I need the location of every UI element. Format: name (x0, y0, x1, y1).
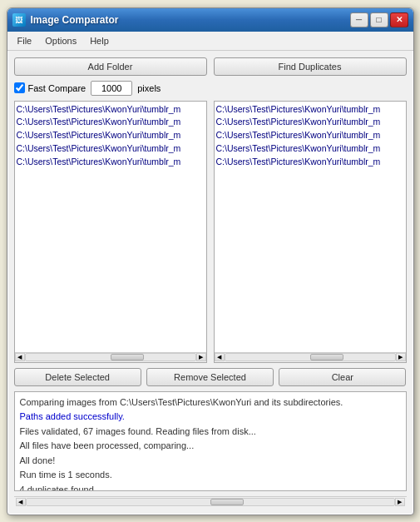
fast-compare-checkbox[interactable] (14, 82, 25, 93)
list-item[interactable]: C:\Users\Test\Pictures\KwonYuri\tumblr_m (216, 156, 404, 169)
main-content: Add Folder Find Duplicates Fast Compare … (7, 51, 413, 515)
fast-compare-label[interactable]: Fast Compare (14, 82, 86, 93)
right-list-panel[interactable]: C:\Users\Test\Pictures\KwonYuri\tumblr_m… (214, 101, 407, 363)
list-item[interactable]: C:\Users\Test\Pictures\KwonYuri\tumblr_m (17, 129, 205, 142)
pixels-label: pixels (137, 83, 161, 93)
log-line-5: All done! (20, 454, 401, 469)
window-title: Image Comparator (31, 14, 350, 26)
log-panel: Comparing images from C:\Users\Test\Pict… (14, 391, 407, 491)
left-scroll-left[interactable]: ◀ (15, 353, 25, 361)
menu-help[interactable]: Help (83, 33, 116, 48)
left-list-scrollbar[interactable]: ◀ ▶ (15, 352, 206, 362)
log-line-7: 4 duplicates found. (20, 483, 401, 490)
clear-button[interactable]: Clear (279, 368, 406, 386)
log-line-2: Paths added successfully. (20, 410, 401, 425)
remove-selected-button[interactable]: Remove Selected (146, 368, 274, 386)
bottom-scroll-right[interactable]: ▶ (395, 498, 405, 506)
list-item[interactable]: C:\Users\Test\Pictures\KwonYuri\tumblr_m (216, 116, 404, 129)
list-item[interactable]: C:\Users\Test\Pictures\KwonYuri\tumblr_m (216, 129, 404, 142)
left-scroll-track[interactable] (25, 353, 196, 361)
top-toolbar: Add Folder Find Duplicates (14, 57, 407, 76)
left-list-content: C:\Users\Test\Pictures\KwonYuri\tumblr_m… (15, 102, 206, 171)
main-window: 🖼 Image Comparator ─ □ ✕ File Options He… (7, 7, 414, 515)
log-line-3: Files validated, 67 images found. Readin… (20, 425, 401, 440)
find-duplicates-button[interactable]: Find Duplicates (214, 57, 407, 76)
log-line-1: Comparing images from C:\Users\Test\Pict… (20, 395, 401, 410)
close-button[interactable]: ✕ (390, 12, 408, 27)
menu-bar: File Options Help (7, 32, 413, 51)
lists-container: C:\Users\Test\Pictures\KwonYuri\tumblr_m… (14, 101, 407, 363)
left-scroll-right[interactable]: ▶ (196, 353, 206, 361)
log-line-4: All files have been processed, comparing… (20, 439, 401, 454)
list-item[interactable]: C:\Users\Test\Pictures\KwonYuri\tumblr_m (216, 142, 404, 156)
list-item[interactable]: C:\Users\Test\Pictures\KwonYuri\tumblr_m (17, 116, 205, 129)
left-list-panel[interactable]: C:\Users\Test\Pictures\KwonYuri\tumblr_m… (14, 101, 207, 363)
right-list-scrollbar[interactable]: ◀ ▶ (215, 352, 406, 362)
list-item[interactable]: C:\Users\Test\Pictures\KwonYuri\tumblr_m (17, 103, 205, 117)
list-item[interactable]: C:\Users\Test\Pictures\KwonYuri\tumblr_m (17, 156, 205, 169)
pixels-input[interactable] (91, 81, 132, 96)
menu-options[interactable]: Options (38, 33, 83, 48)
bottom-scroll-left[interactable]: ◀ (16, 498, 26, 506)
right-list-content: C:\Users\Test\Pictures\KwonYuri\tumblr_m… (215, 102, 406, 171)
list-item[interactable]: C:\Users\Test\Pictures\KwonYuri\tumblr_m (216, 103, 404, 117)
maximize-button[interactable]: □ (370, 12, 388, 27)
add-folder-button[interactable]: Add Folder (14, 57, 207, 76)
app-icon: 🖼 (12, 13, 26, 27)
bottom-scrollbar[interactable]: ◀ ▶ (14, 496, 407, 508)
bottom-scroll-thumb[interactable] (210, 499, 244, 505)
log-line-6: Run time is 1 seconds. (20, 468, 401, 483)
right-scroll-thumb[interactable] (310, 354, 343, 360)
fast-compare-text: Fast Compare (28, 83, 86, 93)
right-scroll-left[interactable]: ◀ (215, 353, 225, 361)
title-bar: 🖼 Image Comparator ─ □ ✕ (7, 8, 413, 32)
left-scroll-thumb[interactable] (111, 354, 144, 360)
menu-file[interactable]: File (11, 33, 39, 48)
action-buttons: Delete Selected Remove Selected Clear (14, 368, 407, 386)
minimize-button[interactable]: ─ (350, 12, 368, 27)
options-row: Fast Compare pixels (14, 81, 407, 96)
list-item[interactable]: C:\Users\Test\Pictures\KwonYuri\tumblr_m (17, 142, 205, 156)
right-scroll-track[interactable] (225, 353, 396, 361)
delete-selected-button[interactable]: Delete Selected (14, 368, 141, 386)
bottom-scroll-track[interactable] (26, 498, 395, 506)
window-controls: ─ □ ✕ (350, 12, 408, 27)
right-scroll-right[interactable]: ▶ (396, 353, 406, 361)
